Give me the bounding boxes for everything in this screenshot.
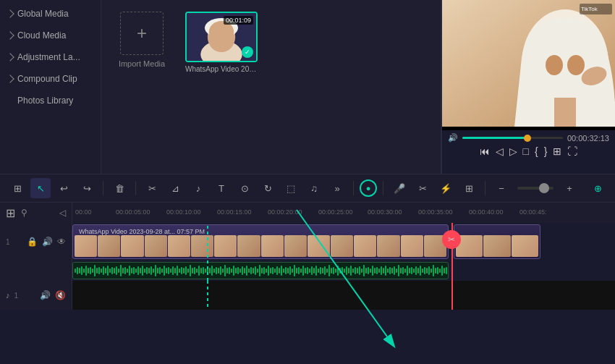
zoom-in[interactable]: +: [559, 178, 580, 198]
svg-rect-158: [381, 266, 382, 275]
svg-rect-160: [385, 266, 386, 276]
svg-rect-70: [190, 265, 191, 276]
split-tool[interactable]: ✂: [412, 178, 433, 198]
play-button[interactable]: ▷: [509, 145, 517, 157]
redo-tool[interactable]: ↪: [77, 178, 97, 198]
sidebar-item-compound-clip[interactable]: Compound Clip: [0, 68, 101, 90]
video-clip-after[interactable]: [454, 224, 540, 259]
magnet-icon[interactable]: ⚲: [21, 208, 27, 218]
svg-rect-44: [133, 267, 135, 274]
sidebar: Global Media Cloud Media Adjustment La..…: [0, 0, 101, 174]
svg-rect-94: [242, 266, 243, 275]
frame-forward-button[interactable]: □: [523, 145, 529, 157]
mic-tool[interactable]: 🎤: [389, 178, 410, 198]
rotate-tool[interactable]: ⊙: [234, 178, 255, 198]
scissors-marker[interactable]: ✂: [442, 230, 461, 249]
arrow-icon: [6, 75, 14, 82]
svg-rect-153: [370, 268, 371, 273]
sidebar-item-adjustment[interactable]: Adjustment La...: [0, 46, 101, 68]
svg-rect-104: [263, 267, 265, 274]
svg-rect-59: [166, 268, 167, 274]
thumb-name: WhatsApp Video 202...: [185, 65, 258, 73]
svg-rect-180: [428, 266, 430, 275]
svg-rect-182: [433, 265, 434, 276]
select-tool[interactable]: ⊞: [7, 178, 27, 198]
svg-rect-185: [439, 268, 441, 273]
video-track-content[interactable]: WhatsApp Video 2023-09-28 at... 07:57 PM: [72, 223, 615, 261]
svg-rect-28: [98, 267, 100, 274]
svg-rect-162: [389, 267, 391, 274]
svg-rect-163: [391, 268, 393, 274]
animation-tool[interactable]: ↻: [258, 178, 278, 198]
text-tool[interactable]: T: [211, 178, 232, 198]
sidebar-item-global-media[interactable]: Global Media: [0, 3, 101, 25]
svg-rect-167: [400, 268, 402, 274]
svg-rect-65: [179, 268, 180, 273]
svg-rect-19: [79, 268, 80, 274]
svg-rect-133: [326, 268, 328, 273]
svg-rect-106: [268, 266, 269, 276]
svg-rect-154: [372, 266, 373, 276]
svg-rect-66: [181, 267, 182, 274]
sidebar-item-photos-library[interactable]: Photos Library: [0, 90, 101, 111]
sidebar-item-cloud-media[interactable]: Cloud Media: [0, 25, 101, 46]
video-clip[interactable]: WhatsApp Video 2023-09-28 at... 07:57 PM: [72, 224, 449, 259]
snap-tool[interactable]: ●: [360, 179, 377, 197]
eye-icon[interactable]: 👁: [57, 237, 66, 247]
track-controls-header: ⊞ ⚲ ◁: [0, 203, 72, 223]
audio-tool[interactable]: ♪: [188, 178, 208, 198]
ruler-row: ⊞ ⚲ ◁ 00:00 00:00:05:00 00:00:10:00 00:0…: [0, 203, 615, 223]
svg-rect-49: [144, 268, 145, 273]
audio-icon[interactable]: 🔊: [42, 237, 53, 247]
svg-rect-27: [96, 268, 98, 274]
grid-icon[interactable]: ⊞: [553, 145, 561, 157]
music-tool[interactable]: ♫: [304, 178, 324, 198]
svg-rect-144: [350, 266, 352, 276]
import-media-button[interactable]: + Import Media: [113, 12, 171, 68]
svg-rect-114: [285, 267, 287, 274]
pip-tool[interactable]: ⬚: [281, 178, 301, 198]
overlay-tool[interactable]: ⊞: [459, 178, 479, 198]
audio-track-content[interactable]: [72, 261, 615, 281]
svg-rect-98: [250, 267, 252, 274]
svg-rect-42: [129, 266, 130, 276]
svg-rect-188: [446, 267, 447, 274]
music-track-content[interactable]: [72, 281, 615, 310]
svg-rect-46: [137, 266, 139, 275]
svg-rect-111: [279, 268, 280, 274]
skip-back-button[interactable]: ⏮: [480, 145, 490, 157]
lock-icon[interactable]: 🔒: [27, 237, 38, 247]
frame-back-button[interactable]: ◁: [496, 145, 504, 157]
zoom-slider[interactable]: [517, 187, 554, 190]
audio-mute-icon[interactable]: 🔇: [55, 290, 66, 300]
svg-rect-137: [335, 268, 336, 273]
undo-tool[interactable]: ↩: [54, 178, 74, 198]
cut-tool[interactable]: ✂: [142, 178, 162, 198]
music-icon: ♪: [6, 291, 10, 300]
collapse-icon[interactable]: ◁: [59, 208, 66, 218]
media-thumbnail[interactable]: 00:01:09 ✓ WhatsApp Video 202...: [185, 12, 258, 73]
zoom-out[interactable]: −: [491, 178, 512, 198]
delete-tool[interactable]: 🗑: [109, 178, 130, 198]
bracket-left[interactable]: {: [535, 145, 538, 157]
effect-tool[interactable]: ⚡: [436, 178, 456, 198]
add-track[interactable]: ⊕: [588, 178, 608, 198]
svg-rect-43: [131, 268, 132, 274]
crop-tool[interactable]: ⊿: [165, 178, 185, 198]
pointer-tool[interactable]: ↖: [30, 178, 51, 198]
tracks-container: 1 🔒 🔊 👁 WhatsApp Video 2023-09-28 at... …: [0, 223, 615, 364]
svg-rect-45: [135, 268, 137, 273]
svg-rect-84: [220, 266, 221, 275]
preview-video: TikTok: [442, 0, 615, 130]
more-tools[interactable]: »: [327, 178, 347, 198]
svg-rect-85: [222, 268, 224, 273]
thumb-container: 00:01:09 ✓: [185, 12, 258, 62]
bracket-right[interactable]: }: [544, 145, 548, 157]
arrow-icon: [6, 9, 14, 17]
audio-track-icon[interactable]: 🔊: [40, 290, 51, 300]
svg-rect-55: [157, 268, 158, 274]
fullscreen-button[interactable]: ⛶: [567, 145, 577, 157]
grid-view-icon[interactable]: ⊞: [6, 206, 15, 220]
volume-slider[interactable]: [462, 137, 563, 139]
svg-rect-110: [276, 266, 278, 275]
